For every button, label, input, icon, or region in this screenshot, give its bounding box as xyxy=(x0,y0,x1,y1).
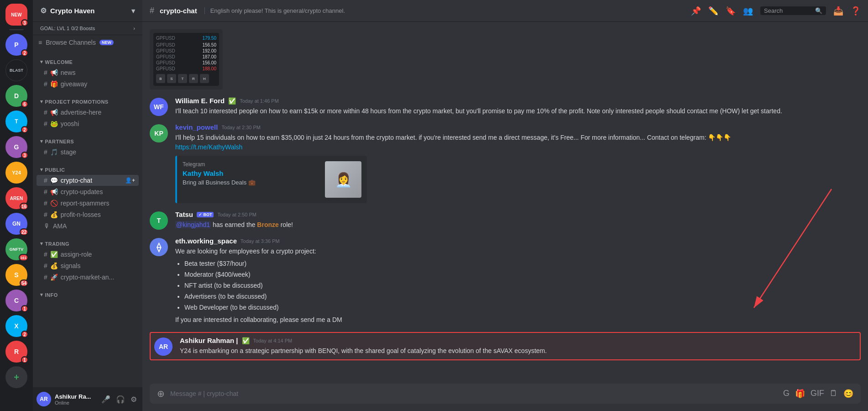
message-content: kevin_powell Today at 2:30 PM I'll help … xyxy=(175,123,861,203)
message-timestamp: Today at 4:14 PM xyxy=(253,338,293,343)
message-content: Ashikur Rahman | ✅ Today at 4:14 PM Y24 … xyxy=(180,337,856,356)
server-icon-r[interactable]: R 1 xyxy=(5,341,27,363)
channel-item-profit-n-losses[interactable]: # 💰 profit-n-losses xyxy=(37,209,139,220)
search-box[interactable]: Search 🔍 xyxy=(760,6,826,15)
channel-emoji: 🎁 xyxy=(50,80,58,88)
server-icon-p[interactable]: P 2 xyxy=(5,34,27,56)
server-icon-aren[interactable]: AREN 16 xyxy=(5,187,27,209)
server-badge: 22 xyxy=(20,228,28,236)
channel-sidebar: ⚙ Crypto Haven ▾ GOAL: LVL 1 0/2 Boosts … xyxy=(33,0,142,411)
message-input[interactable] xyxy=(170,390,778,397)
gift-icon[interactable]: 🎁 xyxy=(795,389,805,399)
server-badge: 54 xyxy=(20,279,28,287)
message-link[interactable]: https://t.me/KathyWalsh xyxy=(175,142,861,152)
message-timestamp: Today at 3:36 PM xyxy=(241,238,280,244)
section-header-project-promotions[interactable]: ▾ PROJECT PROMOTIONS xyxy=(33,97,142,106)
chart-image: GPFUSD179.50 GPFUSD156.50 GPFUSD192.00 G… xyxy=(150,29,223,90)
chart-embed: GPFUSD179.50 GPFUSD156.50 GPFUSD192.00 G… xyxy=(150,29,861,90)
server-header[interactable]: ⚙ Crypto Haven ▾ xyxy=(33,0,142,22)
channel-item-assign-role[interactable]: # ✅ assign-role xyxy=(37,249,139,260)
server-icon-s[interactable]: S 54 xyxy=(5,264,27,286)
channel-item-crypto-updates[interactable]: # 📢 crypto-updates xyxy=(37,186,139,197)
hash-icon: # xyxy=(44,109,47,116)
channel-item-report-spammers[interactable]: # 🚫 report-spammers xyxy=(37,198,139,209)
members-icon[interactable]: 👥 xyxy=(743,6,753,16)
server-badge: 6 xyxy=(21,100,28,108)
section-project-promotions: ▾ PROJECT PROMOTIONS # 📢 advertise-here … xyxy=(33,97,142,129)
gif-icon[interactable]: GIF xyxy=(810,389,824,399)
server-badge: 2 xyxy=(21,331,28,338)
help-icon[interactable]: ❓ xyxy=(851,6,861,16)
bookmark-icon[interactable]: 🔖 xyxy=(726,6,736,16)
channels-list: ▾ WELCOME # 📢 news # 🎁 giveaway ▾ PROJEC… xyxy=(33,50,142,387)
server-icon-add[interactable]: + xyxy=(5,366,27,388)
server-icon-blast[interactable]: BLAST xyxy=(5,59,27,81)
mic-button[interactable]: 🎤 xyxy=(99,393,112,406)
message-username: kevin_powell xyxy=(175,123,218,131)
emoji-icon[interactable]: 😊 xyxy=(843,389,853,399)
message-header: eth.working_space Today at 3:36 PM xyxy=(175,237,861,245)
add-file-button[interactable]: ⊕ xyxy=(157,388,165,399)
chevron-icon: ▾ xyxy=(40,59,43,65)
server-icon-new[interactable]: NEW 3 xyxy=(5,4,27,26)
server-icon-gnftv[interactable]: GNFTV 161 xyxy=(5,238,27,260)
channel-topic: English only please! This is general/cry… xyxy=(204,7,345,14)
hash-icon: # xyxy=(44,148,47,156)
headphone-button[interactable]: 🎧 xyxy=(114,393,127,406)
main-content: # crypto-chat English only please! This … xyxy=(142,0,868,411)
section-header-info[interactable]: ▾ INFO xyxy=(33,290,142,300)
server-icon-gn[interactable]: GN 22 xyxy=(5,213,27,235)
channel-item-crypto-market[interactable]: # 🚀 crypto-market-an... xyxy=(37,272,139,283)
channel-emoji: 🚀 xyxy=(50,274,58,281)
edit-icon[interactable]: ✏️ xyxy=(708,6,718,16)
message-username: William E. Ford xyxy=(175,97,225,105)
server-icon-y24[interactable]: Y24 xyxy=(5,162,27,184)
message-username: Tatsu xyxy=(175,211,193,218)
channel-item-advertise-here[interactable]: # 📢 advertise-here xyxy=(37,107,139,118)
inbox-icon[interactable]: 📥 xyxy=(833,6,843,16)
search-input[interactable]: Search xyxy=(764,7,812,14)
section-header-trading[interactable]: ▾ TRADING xyxy=(33,239,142,248)
verified-badge: ✅ xyxy=(228,97,236,105)
pin-icon[interactable]: 📌 xyxy=(691,6,701,16)
server-icon-t[interactable]: T 2 xyxy=(5,111,27,132)
section-header-welcome[interactable]: ▾ WELCOME xyxy=(33,57,142,67)
message-text: @kingjahd1 has earned the Bronze role! xyxy=(175,220,861,230)
channel-item-signals[interactable]: # 💰 signals xyxy=(37,260,139,271)
message-header: Ashikur Rahman | ✅ Today at 4:14 PM xyxy=(180,337,856,344)
section-header-public[interactable]: ▾ PUBLIC xyxy=(33,165,142,174)
server-icon-g[interactable]: G 3 xyxy=(5,136,27,158)
grammarly-icon[interactable]: G xyxy=(783,389,790,399)
hash-icon: # xyxy=(44,274,47,281)
role-badge: Bronze xyxy=(257,221,278,228)
message-group: ⟠ eth.working_space Today at 3:36 PM We … xyxy=(150,237,861,325)
section-public: ▾ PUBLIC # 💬 crypto-chat 👤+ # 📢 crypto-u… xyxy=(33,165,142,232)
message-input-box: ⊕ G 🎁 GIF 🗒 😊 xyxy=(150,384,861,404)
list-item: Web Developer (to be discussed) xyxy=(184,303,861,312)
hash-icon: # xyxy=(44,200,47,207)
message-text: I'll help 15 individuals on how to earn … xyxy=(175,133,861,142)
avatar: AR xyxy=(154,337,173,356)
embed-title[interactable]: Kathy Walsh xyxy=(183,169,319,177)
verified-badge: ✅ xyxy=(242,337,250,344)
chevron-icon: ▾ xyxy=(40,138,43,144)
browse-channels-button[interactable]: ≡ Browse Channels NEW xyxy=(33,35,142,50)
hash-icon: # xyxy=(44,80,47,88)
settings-icon: ⚙ xyxy=(40,6,47,15)
new-badge: NEW xyxy=(99,40,114,45)
server-icon-x[interactable]: X 2 xyxy=(5,315,27,337)
chevron-icon: ▾ xyxy=(40,241,43,247)
section-header-partners[interactable]: ▾ PARTNERS xyxy=(33,137,142,146)
channel-item-giveaway[interactable]: # 🎁 giveaway xyxy=(37,79,139,90)
channel-item-ama[interactable]: 🎙 AMA xyxy=(37,221,139,232)
channel-item-yooshi[interactable]: # 🐸 yooshi xyxy=(37,118,139,129)
mic-icon: 🎙 xyxy=(44,222,50,230)
sticker-icon[interactable]: 🗒 xyxy=(830,389,838,399)
server-icon-d[interactable]: D 6 xyxy=(5,85,27,107)
server-icon-c[interactable]: C 1 xyxy=(5,290,27,311)
input-icons: G 🎁 GIF 🗒 😊 xyxy=(783,389,853,399)
channel-item-crypto-chat[interactable]: # 💬 crypto-chat 👤+ xyxy=(37,175,139,186)
channel-item-stage[interactable]: # 🎵 stage xyxy=(37,147,139,158)
settings-button[interactable]: ⚙ xyxy=(129,393,139,406)
channel-item-news[interactable]: # 📢 news xyxy=(37,67,139,78)
